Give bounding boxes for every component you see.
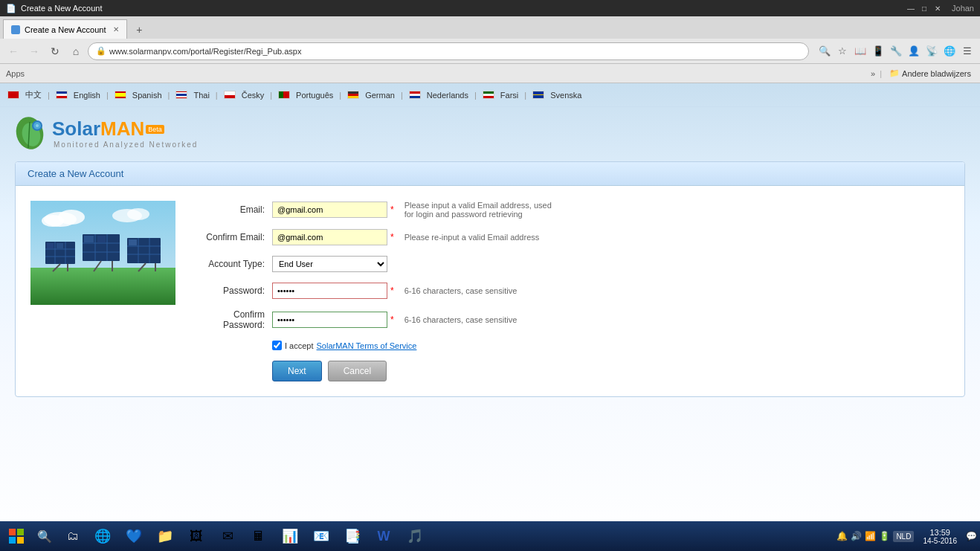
confirm-email-input[interactable]	[272, 229, 387, 245]
lang-spanish[interactable]: Spanish	[132, 91, 162, 100]
lang-flag-cn	[7, 91, 19, 99]
search-taskbar-button[interactable]: 🔍	[31, 523, 58, 550]
svg-point-11	[127, 208, 149, 220]
tray-network-icon[interactable]: 📶	[865, 531, 876, 541]
lang-swedish[interactable]: Svenska	[550, 91, 581, 100]
close-window-button[interactable]: ✕	[932, 3, 943, 13]
phone-icon[interactable]: 📱	[870, 43, 886, 59]
minimize-button[interactable]: —	[906, 3, 916, 13]
lang-farsi[interactable]: Farsi	[500, 91, 518, 100]
page: 中文 | English | Spanish | Thai | Česky | …	[0, 83, 980, 551]
taskbar-apps: 🌐 💙 📁 🖼 ✉ 🖩 📊 📧 📑 W 🎵	[88, 522, 430, 550]
email-input[interactable]	[272, 202, 387, 218]
lang-czech-label: Česky	[242, 91, 265, 100]
back-button[interactable]: ←	[4, 42, 22, 60]
bookmark-icon[interactable]: 📖	[852, 43, 868, 59]
tray-action-icon[interactable]: 💬	[966, 531, 977, 541]
refresh-button[interactable]: ↻	[46, 42, 64, 60]
new-tab-button[interactable]: +	[130, 21, 148, 39]
lang-english[interactable]: English	[74, 91, 100, 100]
lang-thai[interactable]: Thai	[193, 91, 209, 100]
translate-icon[interactable]: 🌐	[941, 43, 958, 59]
maximize-button[interactable]: □	[919, 3, 929, 13]
language-bar: 中文 | English | Spanish | Thai | Česky | …	[0, 83, 980, 107]
andere-bladwijzers-item[interactable]: 📁 Andere bladwijzers	[886, 67, 974, 80]
forward-button[interactable]: →	[25, 42, 43, 60]
tab-icon	[11, 25, 20, 34]
lang-portuguese[interactable]: Português	[296, 91, 333, 100]
more-bookmarks-icon[interactable]: »	[871, 69, 875, 78]
logo-beta-badge: Beta	[146, 125, 164, 134]
password-required-star: *	[390, 286, 394, 296]
email-label: Email:	[190, 204, 272, 215]
task-view-button[interactable]: 🗂	[59, 523, 86, 550]
confirm-password-input[interactable]	[272, 312, 387, 328]
password-input[interactable]	[272, 283, 387, 299]
lang-swedish-label: Svenska	[550, 91, 581, 100]
cancel-button[interactable]: Cancel	[328, 361, 387, 381]
tab-bar: Create a New Account ✕ +	[0, 16, 980, 39]
taskbar-calc-icon[interactable]: 🖩	[244, 522, 274, 550]
user-icon[interactable]: 👤	[906, 43, 922, 59]
taskbar-clock[interactable]: 13:59 14-5-2016	[917, 528, 963, 545]
lang-spanish-label: Spanish	[132, 91, 162, 100]
tray-volume-icon[interactable]: 🔊	[851, 531, 862, 541]
taskbar-winamp-icon[interactable]: 🎵	[400, 522, 430, 550]
taskbar-outlook-icon[interactable]: 📧	[306, 522, 336, 550]
taskbar-ppt-icon[interactable]: 📑	[338, 522, 367, 550]
lang-czech[interactable]: Česky	[242, 91, 265, 100]
lang-german[interactable]: German	[365, 91, 395, 100]
start-button[interactable]	[3, 523, 30, 550]
tab-close-button[interactable]: ✕	[113, 25, 119, 33]
lang-dutch[interactable]: Nederlands	[427, 91, 468, 100]
form-panel: Create a New Account	[15, 161, 965, 397]
account-type-row: Account Type: End User Installer Admin	[190, 256, 950, 272]
email-input-wrap: *	[272, 202, 394, 218]
taskbar-explorer-icon[interactable]: 📁	[150, 522, 180, 550]
logo-text-container: Solar MAN Beta Monitored Analyzed Networ…	[52, 117, 198, 149]
extensions-icon[interactable]: 🔧	[888, 43, 904, 59]
taskbar: 🔍 🗂 🌐 💙 📁 🖼 ✉ 🖩 📊 📧 📑 W 🎵 🔔 🔊 📶 🔋 NLD 13…	[0, 521, 980, 551]
tray-battery-icon[interactable]: 🔋	[879, 531, 890, 541]
solar-panel-image	[30, 201, 175, 305]
password-row: Password: * 6-16 characters, case sensit…	[190, 283, 950, 299]
menu-icon[interactable]: ☰	[959, 43, 976, 59]
active-tab[interactable]: Create a New Account ✕	[3, 19, 127, 39]
logo-brand-text: Solar	[52, 117, 100, 141]
search-icon[interactable]: 🔍	[816, 43, 833, 59]
lang-flag-th	[175, 91, 187, 99]
terms-label[interactable]: I accept SolarMAN Terms of Service	[272, 341, 416, 350]
next-button[interactable]: Next	[272, 361, 322, 381]
svg-rect-41	[9, 537, 16, 544]
lang-flag-es	[115, 91, 126, 99]
home-button[interactable]: ⌂	[67, 42, 85, 60]
svg-rect-32	[129, 239, 137, 245]
lang-flag-pt	[278, 91, 290, 99]
lang-chinese[interactable]: 中文	[25, 89, 42, 100]
lang-farsi-label: Farsi	[500, 91, 518, 100]
account-type-wrap: End User Installer Admin	[272, 256, 387, 272]
address-bar[interactable]: 🔒 www.solarmanpv.com/portal/Register/Reg…	[88, 42, 809, 60]
taskbar-edge-icon[interactable]: 🌐	[88, 522, 117, 550]
taskbar-app2-icon[interactable]: 📊	[275, 522, 305, 550]
terms-checkbox[interactable]	[272, 341, 282, 350]
confirm-email-input-wrap: *	[272, 229, 394, 245]
logo-man-text: MAN	[100, 117, 144, 141]
taskbar-media-icon[interactable]: 🖼	[181, 522, 211, 550]
clock-time: 13:59	[923, 528, 957, 537]
bookmarks-right: » | 📁 Andere bladwijzers	[871, 67, 974, 80]
lang-flag-gb	[56, 91, 68, 99]
taskbar-ie-icon[interactable]: 💙	[119, 522, 149, 550]
taskbar-word-icon[interactable]: W	[369, 522, 399, 550]
main-content: Create a New Account	[0, 161, 980, 412]
logo-tagline: Monitored Analyzed Networked	[54, 141, 198, 149]
cast-icon[interactable]: 📡	[923, 43, 940, 59]
terms-link[interactable]: SolarMAN Terms of Service	[317, 341, 417, 350]
account-type-select[interactable]: End User Installer Admin	[272, 256, 387, 272]
tray-notification-icon[interactable]: 🔔	[836, 531, 848, 541]
star-icon[interactable]: ☆	[834, 43, 851, 59]
lang-german-label: German	[365, 91, 395, 100]
language-indicator[interactable]: NLD	[893, 531, 914, 542]
taskbar-email-icon[interactable]: ✉	[213, 522, 242, 550]
bookmarks-divider: |	[880, 69, 882, 78]
